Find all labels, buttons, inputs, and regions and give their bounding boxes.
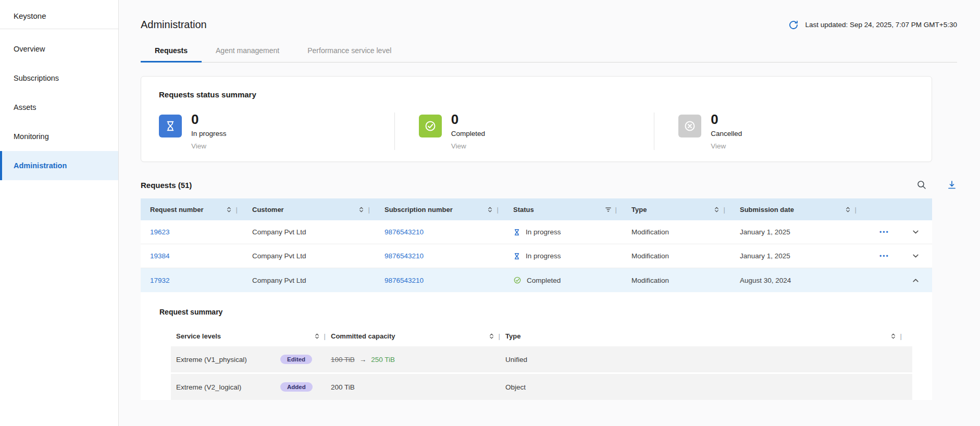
table-row: 19623 Company Pvt Ltd 9876543210 In prog… bbox=[141, 220, 932, 244]
submission-date-cell: August 30, 2024 bbox=[730, 277, 862, 284]
row-menu-icon[interactable]: ••• bbox=[879, 253, 889, 260]
requests-table: Request number Customer Subscription num… bbox=[141, 198, 932, 400]
status-text: Completed bbox=[527, 277, 561, 284]
cancelled-view-link[interactable]: View bbox=[711, 142, 742, 150]
in-progress-count: 0 bbox=[191, 112, 227, 126]
tab-agent-management[interactable]: Agent management bbox=[202, 46, 293, 62]
filter-icon[interactable] bbox=[605, 206, 612, 213]
chevron-down-icon[interactable] bbox=[912, 228, 920, 236]
request-number-link[interactable]: 19384 bbox=[150, 252, 170, 260]
column-header-request-number[interactable]: Request number bbox=[141, 198, 243, 220]
request-number-link[interactable]: 17932 bbox=[150, 277, 170, 284]
column-header-summary-type[interactable]: Type bbox=[505, 332, 907, 340]
sidebar-item-monitoring[interactable]: Monitoring bbox=[0, 122, 118, 151]
actions-cell: ••• bbox=[862, 252, 932, 260]
actions-cell bbox=[862, 277, 932, 284]
requests-section-head: Requests (51) bbox=[141, 180, 957, 190]
summary-row: Extreme (V2_logical) Added 200 TiB Objec… bbox=[171, 374, 912, 400]
actions-cell: ••• bbox=[862, 228, 932, 236]
chevron-up-icon[interactable] bbox=[912, 277, 920, 284]
status-cell: Completed bbox=[504, 276, 622, 284]
column-separator bbox=[900, 332, 902, 340]
tab-bar: Requests Agent management Performance se… bbox=[141, 46, 957, 62]
chevron-down-icon[interactable] bbox=[912, 252, 920, 260]
submission-date-cell: January 1, 2025 bbox=[730, 228, 862, 236]
column-label: Status bbox=[513, 206, 534, 214]
completed-view-link[interactable]: View bbox=[451, 142, 485, 150]
sort-icon[interactable] bbox=[890, 333, 897, 340]
sort-icon[interactable] bbox=[226, 206, 232, 213]
column-separator bbox=[368, 206, 370, 214]
sort-icon[interactable] bbox=[845, 206, 851, 213]
cancelled-count: 0 bbox=[711, 112, 742, 126]
status-cell: In progress bbox=[504, 228, 622, 236]
hourglass-icon bbox=[159, 115, 182, 137]
column-label: Service levels bbox=[176, 332, 221, 340]
status-tile-in-progress: 0 In progress View bbox=[159, 112, 394, 150]
column-header-service-levels[interactable]: Service levels bbox=[176, 332, 331, 340]
refresh-icon[interactable] bbox=[788, 20, 799, 30]
column-header-status[interactable]: Status bbox=[504, 198, 622, 220]
submission-date-cell: January 1, 2025 bbox=[730, 252, 862, 260]
subscription-number-link[interactable]: 9876543210 bbox=[384, 277, 424, 284]
status-summary-title: Requests status summary bbox=[159, 90, 914, 99]
column-header-customer[interactable]: Customer bbox=[243, 198, 375, 220]
sort-icon[interactable] bbox=[314, 333, 320, 340]
cancelled-label: Cancelled bbox=[711, 130, 742, 137]
summary-type-cell: Object bbox=[505, 383, 907, 391]
sidebar-item-assets[interactable]: Assets bbox=[0, 93, 118, 122]
sort-icon[interactable] bbox=[713, 206, 720, 213]
service-level-name: Extreme (V1_physical) bbox=[176, 356, 280, 364]
hourglass-icon bbox=[513, 229, 520, 236]
column-separator bbox=[324, 332, 326, 340]
customer-cell: Company Pvt Ltd bbox=[243, 228, 375, 236]
completed-count: 0 bbox=[451, 112, 485, 126]
subscription-number-link[interactable]: 9876543210 bbox=[384, 228, 424, 236]
download-icon[interactable] bbox=[947, 180, 957, 190]
sidebar-item-overview[interactable]: Overview bbox=[0, 34, 118, 64]
column-label: Type bbox=[631, 206, 647, 214]
subscription-number-cell: 9876543210 bbox=[375, 277, 504, 284]
status-text: In progress bbox=[526, 252, 561, 260]
request-number-cell: 17932 bbox=[141, 277, 243, 284]
sidebar-item-administration[interactable]: Administration bbox=[0, 151, 118, 180]
column-label: Committed capacity bbox=[331, 332, 395, 340]
sort-icon[interactable] bbox=[488, 333, 495, 340]
tab-requests[interactable]: Requests bbox=[141, 46, 202, 62]
sort-icon[interactable] bbox=[358, 206, 365, 213]
check-circle-icon bbox=[513, 276, 522, 284]
column-label: Type bbox=[505, 332, 520, 340]
requests-toolbar bbox=[916, 180, 957, 190]
column-label: Submission date bbox=[740, 206, 794, 214]
in-progress-view-link[interactable]: View bbox=[191, 142, 227, 150]
arrow-right-icon: → bbox=[359, 356, 367, 364]
request-number-cell: 19384 bbox=[141, 252, 243, 260]
service-level-cell: Extreme (V1_physical) Edited bbox=[176, 355, 331, 364]
requests-table-header: Request number Customer Subscription num… bbox=[141, 198, 932, 220]
request-number-link[interactable]: 19623 bbox=[150, 228, 170, 236]
page-title: Administration bbox=[141, 19, 207, 31]
type-cell: Modification bbox=[622, 252, 730, 260]
subscription-number-cell: 9876543210 bbox=[375, 252, 504, 260]
column-header-subscription-number[interactable]: Subscription number bbox=[375, 198, 504, 220]
column-header-type[interactable]: Type bbox=[622, 198, 730, 220]
capacity-value: 200 TiB bbox=[331, 383, 355, 391]
subscription-number-link[interactable]: 9876543210 bbox=[384, 252, 424, 260]
sort-icon[interactable] bbox=[487, 206, 493, 213]
request-summary-title: Request summary bbox=[159, 308, 912, 316]
column-separator bbox=[236, 206, 238, 214]
tab-performance-service-level[interactable]: Performance service level bbox=[293, 46, 405, 62]
committed-capacity-cell: 100 TiB → 250 TiB bbox=[331, 356, 505, 364]
column-header-committed-capacity[interactable]: Committed capacity bbox=[331, 332, 505, 340]
search-icon[interactable] bbox=[916, 180, 927, 190]
last-updated-text: Last updated: Sep 24, 2025, 7:07 PM GMT+… bbox=[805, 21, 957, 29]
status-cell: In progress bbox=[504, 252, 622, 260]
brand: Keystone bbox=[0, 0, 118, 29]
request-number-cell: 19623 bbox=[141, 228, 243, 236]
row-menu-icon[interactable]: ••• bbox=[879, 229, 889, 236]
edited-badge: Edited bbox=[280, 355, 312, 364]
sidebar-item-subscriptions[interactable]: Subscriptions bbox=[0, 64, 118, 93]
column-header-submission-date[interactable]: Submission date bbox=[730, 198, 862, 220]
status-tiles: 0 In progress View 0 Completed bbox=[159, 112, 914, 150]
sidebar-divider bbox=[0, 29, 118, 29]
